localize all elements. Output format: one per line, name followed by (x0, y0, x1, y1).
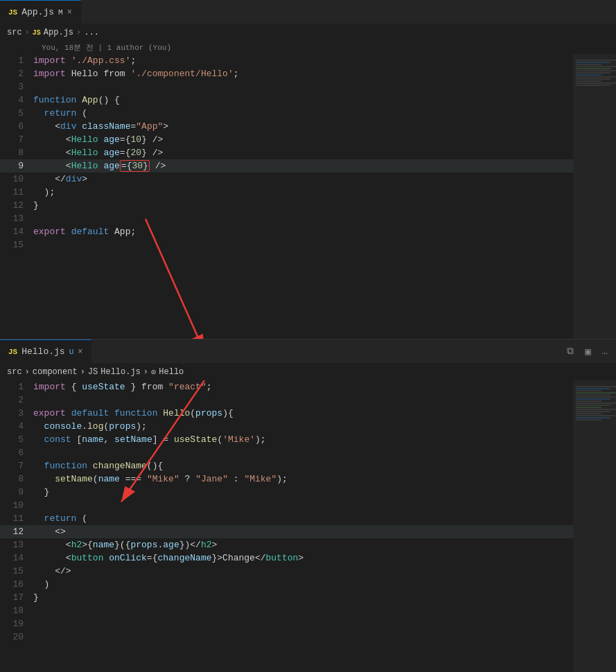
code-text-5: const [name, setName] = useState('Mike')… (33, 434, 266, 445)
tab-close-hello[interactable]: × (78, 347, 82, 357)
code-text-8: setName(name === "Mike" ? "Jane" : "Mike… (33, 474, 288, 484)
code-text-9: <Hello age={30} /> (33, 161, 166, 171)
code-line-17: 17} (0, 591, 616, 604)
bc-hello-js: Hello.js (100, 367, 141, 377)
line-number-9: 9 (0, 159, 33, 173)
top-code-area: 1import './App.css';2import Hello from '… (0, 54, 616, 339)
code-line-5: 5 return ( (0, 107, 616, 120)
code-text-11: return ( (33, 513, 87, 524)
line-number-19: 19 (0, 617, 33, 630)
code-line-6: 6 <div className="App"> (0, 120, 616, 133)
top-breadcrumb: src › JS App.js › ... (0, 24, 616, 41)
code-line-14: 14 <button onClick={changeName}>Change</… (0, 551, 616, 565)
code-text-4: console.log(props); (33, 421, 147, 432)
breadcrumb-js-label: JS (33, 29, 41, 37)
bottom-code-lines: 1import { useState } from "react";23expo… (0, 380, 616, 672)
code-text-4: function App() { (33, 95, 120, 105)
line-number-7: 7 (0, 459, 33, 472)
code-text-3: export default function Hello(props){ (33, 408, 234, 418)
code-text-5: return ( (33, 108, 87, 118)
line-number-12: 12 (0, 199, 33, 212)
js-icon: JS (8, 8, 17, 17)
line-number-16: 16 (0, 578, 33, 591)
code-line-12: 12} (0, 199, 616, 212)
split-editor-icon[interactable]: ⧉ (564, 344, 577, 358)
code-line-15: 15 </> (0, 565, 616, 578)
code-line-1: 1import './App.css'; (0, 54, 616, 67)
tab-app-js-label: App.js (21, 7, 54, 17)
line-number-11: 11 (0, 512, 33, 525)
code-line-3: 3 (0, 80, 616, 94)
code-text-6: <div className="App"> (33, 121, 168, 132)
line-number-18: 18 (0, 604, 33, 617)
line-number-8: 8 (0, 472, 33, 486)
code-line-19: 19 (0, 617, 616, 630)
code-text-9: } (33, 487, 49, 497)
bottom-code-area: 1import { useState } from "react";23expo… (0, 380, 616, 672)
code-line-3: 3export default function Hello(props){ (0, 407, 616, 420)
more-actions-icon[interactable]: … (599, 344, 610, 358)
tab-app-js[interactable]: JS App.js M × (0, 0, 81, 24)
line-number-5: 5 (0, 107, 33, 120)
code-line-10: 10 (0, 499, 616, 512)
tab-close-button[interactable]: × (67, 8, 72, 17)
toggle-panel-icon[interactable]: ▣ (582, 344, 593, 359)
line-number-20: 20 (0, 630, 33, 644)
code-text-16: ) (33, 579, 49, 590)
line-number-7: 7 (0, 133, 33, 146)
code-line-2: 2 (0, 394, 616, 407)
code-line-8: 8 <Hello age={20} /> (0, 146, 616, 159)
code-line-4: 4 console.log(props); (0, 420, 616, 433)
breadcrumb-ellipsis: ... (84, 28, 99, 37)
line-number-15: 15 (0, 238, 33, 251)
code-text-14: <button onClick={changeName}>Change</but… (33, 553, 303, 563)
code-text-7: <Hello age={10} /> (33, 134, 163, 145)
code-text-15: </> (33, 566, 71, 576)
code-line-16: 16 ) (0, 578, 616, 591)
line-number-6: 6 (0, 120, 33, 133)
code-line-20: 20 (0, 630, 616, 644)
line-number-10: 10 (0, 173, 33, 186)
line-number-2: 2 (0, 67, 33, 80)
code-text-10: </div> (33, 174, 87, 184)
tab-hello-js[interactable]: JS Hello.js U × (0, 339, 91, 364)
code-text-12: } (33, 200, 39, 211)
code-line-8: 8 setName(name === "Mike" ? "Jane" : "Mi… (0, 472, 616, 486)
code-line-4: 4function App() { (0, 94, 616, 107)
breadcrumb-src: src (7, 28, 22, 37)
line-number-12: 12 (0, 525, 33, 538)
code-line-18: 18 (0, 604, 616, 617)
code-text-2: import Hello from './component/Hello'; (33, 69, 239, 79)
bottom-minimap (573, 380, 616, 672)
author-text: You, 18분 전 | 1 author (You) (42, 44, 171, 52)
code-line-11: 11 ); (0, 186, 616, 199)
line-number-11: 11 (0, 186, 33, 199)
top-minimap (573, 54, 616, 339)
bottom-tab-bar: JS Hello.js U × ⧉ ▣ … (0, 339, 616, 364)
line-number-10: 10 (0, 499, 33, 512)
line-number-8: 8 (0, 146, 33, 159)
code-line-9: 9 <Hello age={30} /> (0, 159, 616, 173)
code-line-13: 13 (0, 212, 616, 225)
editor-container: JS App.js M × src › JS App.js › ... You,… (0, 0, 616, 672)
bottom-pane: JS Hello.js U × ⧉ ▣ … src › component › (0, 339, 616, 672)
code-text-12: <> (33, 527, 66, 537)
line-number-4: 4 (0, 94, 33, 107)
line-number-3: 3 (0, 80, 33, 94)
code-text-13: <h2>{name}({props.age})</h2> (33, 540, 217, 550)
line-number-5: 5 (0, 433, 33, 446)
bottom-breadcrumb: src › component › JS Hello.js › ⊙ Hello (0, 364, 616, 380)
code-line-15: 15 (0, 238, 616, 251)
code-text-1: import './App.css'; (33, 55, 136, 66)
top-pane: JS App.js M × src › JS App.js › ... You,… (0, 0, 616, 339)
code-text-7: function changeName(){ (33, 461, 163, 471)
tab-modifier-m: M (58, 8, 63, 17)
bc-component-icon: ⊙ (151, 367, 156, 378)
line-number-15: 15 (0, 565, 33, 578)
code-text-11: ); (33, 187, 55, 197)
bottom-pane-inner: JS Hello.js U × ⧉ ▣ … src › component › (0, 339, 616, 672)
line-number-4: 4 (0, 420, 33, 433)
code-line-6: 6 (0, 446, 616, 459)
line-number-1: 1 (0, 54, 33, 67)
js-icon-hello: JS (8, 348, 17, 356)
